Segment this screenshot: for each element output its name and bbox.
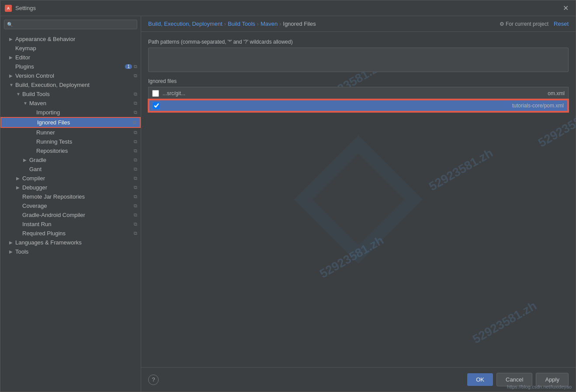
sidebar-item-label: Gant [29,166,132,172]
search-box[interactable]: 🔍 [4,20,137,29]
arrow-icon: ▼ [16,92,21,96]
breadcrumb-right: ⚙ For current project Reset [500,21,569,27]
copy-icon: ⧉ [134,91,137,97]
ignored-files-label: Ignored files [148,78,569,84]
bottom-right: OK Cancel Apply [467,373,569,386]
sidebar-item-gradle[interactable]: ▶ Gradle ⧉ [0,155,141,165]
search-input[interactable] [15,21,134,28]
sidebar-item-label: Remote Jar Repositories [22,193,132,200]
copy-icon: ⧉ [134,130,137,135]
sidebar-item-label: Running Tests [36,138,132,145]
sidebar-item-build-tools[interactable]: ▼ Build Tools ⧉ [0,89,141,99]
help-button[interactable]: ? [148,375,159,385]
sidebar-item-languages-frameworks[interactable]: ▶ Languages & Frameworks [0,238,141,247]
sidebar-item-label: Ignored Files [37,119,131,126]
breadcrumb-maven[interactable]: Maven [260,21,278,27]
file-row-filename: om.xml [521,90,565,96]
svg-marker-0 [294,135,423,264]
copy-icon: ⧉ [134,139,137,144]
sidebar-item-compiler[interactable]: ▶ Compiler ⧉ [0,174,141,183]
file-row-checkbox-checked[interactable] [153,102,160,109]
sidebar-item-label: Build Tools [22,91,132,97]
copy-icon: ⧉ [134,73,137,79]
titlebar: A Settings ✕ [0,0,576,16]
settings-tree: ▶ Appearance & Behavior Keymap ▶ Editor … [0,33,141,392]
search-icon: 🔍 [7,22,13,28]
breadcrumb-ignored-files: Ignored Files [283,21,316,27]
sidebar-item-instant-run[interactable]: Instant Run ⧉ [0,220,141,229]
sidebar-item-label: Plugins [15,63,122,70]
path-patterns-input[interactable] [148,48,569,72]
breadcrumb-sep-3: › [279,21,281,27]
file-table: ...src/git... om.xml tutorials-core/pom.… [148,87,569,112]
copy-icon: ⧉ [134,175,137,181]
bottom-bar: ? OK Cancel Apply [141,367,576,392]
sidebar-item-label: Runner [36,129,132,136]
sidebar-item-label: Debugger [22,184,132,191]
sidebar-item-label: Gradle-Android Compiler [22,212,132,218]
sidebar-item-version-control[interactable]: ▶ Version Control ⧉ [0,71,141,80]
sidebar-item-label: Coverage [22,203,132,209]
sidebar-item-maven[interactable]: ▼ Maven ⧉ [0,99,141,108]
sidebar-item-label: Importing [36,109,132,116]
svg-marker-1 [312,154,404,245]
reset-button[interactable]: Reset [554,21,569,27]
sidebar-item-remote-jar[interactable]: Remote Jar Repositories ⧉ [0,192,141,201]
arrow-icon: ▶ [23,158,28,162]
breadcrumb-sep-2: › [257,21,259,27]
copy-icon: ⧉ [134,212,137,218]
cancel-button[interactable]: Cancel [496,373,532,386]
copy-icon: ⧉ [134,194,137,199]
path-patterns-label: Path patterns (comma-separated, '*' and … [148,39,569,45]
sidebar-item-tools[interactable]: ▶ Tools [0,247,141,256]
sidebar-item-coverage[interactable]: Coverage ⧉ [0,201,141,210]
breadcrumb-build-tools[interactable]: Build Tools [228,21,255,27]
file-row-highlighted[interactable]: tutorials-core/pom.xml [149,100,568,112]
sidebar-item-build-exec-deploy[interactable]: ▼ Build, Execution, Deployment [0,80,141,89]
apply-button[interactable]: Apply [536,373,569,386]
arrow-icon: ▶ [9,37,14,41]
file-row-checkbox[interactable] [152,90,159,97]
watermark-text-2: 52923581.zh [427,146,496,193]
arrow-icon: ▶ [9,249,14,254]
sidebar-item-gradle-android[interactable]: Gradle-Android Compiler ⧉ [0,210,141,220]
sidebar-item-ignored-files[interactable]: Ignored Files ⧉ [0,117,141,128]
sidebar-item-repositories[interactable]: Repositories ⧉ [0,146,141,155]
arrow-icon: ▶ [9,73,14,78]
close-button[interactable]: ✕ [560,2,571,14]
copy-icon: ⧉ [134,157,137,163]
sidebar-item-required-plugins[interactable]: Required Plugins ⧉ [0,229,141,238]
sidebar-item-editor[interactable]: ▶ Editor [0,53,141,62]
ok-button[interactable]: OK [467,373,493,386]
breadcrumb-sep-1: › [224,21,226,27]
sidebar-item-label: Gradle [29,157,132,163]
app-icon: A [5,5,12,12]
file-row[interactable]: ...src/git... om.xml [149,87,568,100]
copy-icon: ⧉ [134,221,137,227]
sidebar-item-label: Editor [15,54,137,61]
sidebar-item-running-tests[interactable]: Running Tests ⧉ [0,137,141,146]
file-row-path: ...src/git... [163,90,521,96]
copy-icon: ⧉ [133,120,136,125]
sidebar-item-plugins[interactable]: Plugins 1 ⧉ [0,62,141,71]
file-row-filename-highlighted: tutorials-core/pom.xml [512,103,564,109]
sidebar-item-label: Version Control [15,72,132,79]
breadcrumb-build-exec-deploy[interactable]: Build, Execution, Deployment [148,21,222,27]
sidebar-item-label: Tools [15,248,137,255]
sidebar-item-gant[interactable]: Gant ⧉ [0,165,141,174]
sidebar-item-label: Appearance & Behavior [15,36,137,42]
copy-icon: ⧉ [134,166,137,172]
breadcrumb-bar: Build, Execution, Deployment › Build Too… [141,16,576,32]
copy-icon: ⧉ [134,148,137,154]
sidebar-item-label: Maven [29,100,132,107]
arrow-icon: ▼ [23,101,28,106]
sidebar-item-appearance[interactable]: ▶ Appearance & Behavior [0,34,141,44]
sidebar-item-keymap[interactable]: Keymap [0,44,141,53]
dialog-content: 🔍 ▶ Appearance & Behavior Keymap ▶ Edito… [0,16,576,392]
sidebar-item-runner[interactable]: Runner ⧉ [0,128,141,137]
arrow-icon: ▶ [9,55,14,60]
sidebar-item-importing[interactable]: Importing ⧉ [0,108,141,117]
panel-body: Path patterns (comma-separated, '*' and … [148,39,569,112]
sidebar-item-debugger[interactable]: ▶ Debugger ⧉ [0,183,141,192]
copy-icon: ⧉ [134,230,137,236]
